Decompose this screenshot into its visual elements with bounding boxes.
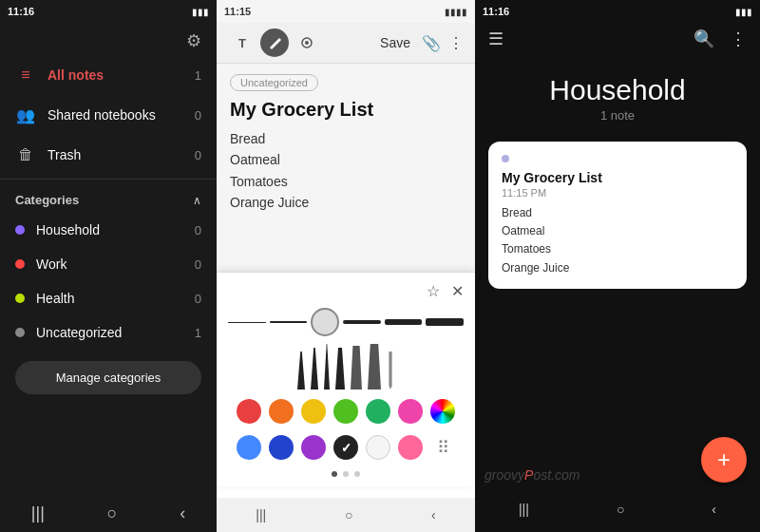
text-tool-button[interactable]: T — [228, 28, 256, 57]
category-household[interactable]: Household 0 — [0, 213, 217, 247]
nav-menu-icon[interactable]: ||| — [31, 504, 45, 523]
stroke-3[interactable] — [343, 320, 381, 324]
note-item-1: Bread — [230, 128, 462, 149]
category-view-panel: 11:16 ▮▮▮ ☰ 🔍 ⋮ Household 1 note My Groc… — [475, 0, 760, 532]
pen-tip-6[interactable] — [368, 344, 381, 390]
category-work[interactable]: Work 0 — [0, 247, 217, 281]
health-count: 0 — [195, 292, 201, 306]
color-teal[interactable] — [366, 399, 390, 424]
star-icon[interactable]: ☆ — [427, 282, 440, 300]
pen-tip-5[interactable] — [351, 346, 362, 390]
manage-categories-button[interactable]: Manage categories — [15, 361, 201, 394]
status-time-left: 11:16 — [8, 6, 34, 17]
color-white[interactable] — [366, 435, 390, 460]
trash-label: Trash — [48, 147, 195, 162]
color-darkblue[interactable] — [269, 435, 294, 460]
color-row-2: ✓ ⠿ — [217, 429, 475, 466]
svg-point-1 — [305, 41, 309, 45]
color-rainbow[interactable] — [430, 399, 455, 424]
fab-add-button[interactable]: + — [701, 437, 747, 483]
nav-trash[interactable]: 🗑 Trash 0 — [0, 135, 217, 175]
stroke-1[interactable] — [228, 322, 266, 323]
work-label: Work — [36, 256, 195, 272]
nav-home-icon-right[interactable]: ○ — [617, 502, 624, 517]
status-time-right: 11:16 — [483, 6, 509, 17]
stroke-4[interactable] — [385, 319, 423, 325]
status-icons-left: ▮▮▮ — [192, 7, 209, 17]
attach-icon[interactable]: 📎 — [422, 34, 441, 52]
page-dot-3[interactable] — [354, 471, 360, 477]
pen-tip-pencil[interactable] — [387, 352, 394, 390]
note-card-item-3: Tomatoes — [502, 240, 733, 258]
household-count: 0 — [195, 223, 201, 238]
color-hotpink[interactable] — [398, 435, 423, 460]
note-category-tag[interactable]: Uncategorized — [230, 74, 318, 91]
color-purple[interactable] — [301, 435, 326, 460]
color-yellow[interactable] — [301, 399, 326, 424]
category-count: 1 note — [475, 108, 760, 123]
left-header: ⚙ — [0, 23, 217, 55]
color-pink[interactable] — [398, 399, 423, 424]
uncategorized-dot — [15, 328, 25, 337]
note-title: My Grocery List — [230, 99, 462, 121]
note-item-4: Orange Juice — [230, 192, 462, 213]
nav-menu-icon-right[interactable]: ||| — [519, 502, 529, 517]
chevron-up-icon[interactable]: ∧ — [193, 194, 201, 207]
pen-picker-overlay: ☆ ✕ — [217, 272, 475, 486]
uncategorized-label: Uncategorized — [36, 325, 195, 340]
health-label: Health — [36, 291, 195, 306]
color-black[interactable]: ✓ — [333, 435, 358, 460]
more-options-icon[interactable]: ⋮ — [448, 34, 464, 52]
notes-icon: ≡ — [15, 65, 36, 86]
color-green[interactable] — [333, 399, 358, 424]
household-dot — [15, 225, 25, 235]
nav-shared-notebooks[interactable]: 👥 Shared notebooks 0 — [0, 95, 217, 135]
category-health[interactable]: Health 0 — [0, 281, 217, 315]
close-icon[interactable]: ✕ — [451, 282, 464, 300]
nav-home-icon[interactable]: ○ — [107, 504, 118, 523]
battery-icon: ▮▮▮ — [192, 7, 209, 17]
pen-tip-1[interactable] — [297, 352, 305, 390]
note-card[interactable]: My Grocery List 11:15 PM Bread Oatmeal T… — [488, 142, 747, 289]
category-uncategorized[interactable]: Uncategorized 1 — [0, 315, 217, 350]
divider-1 — [0, 179, 217, 180]
fab-plus-icon: + — [717, 448, 731, 471]
pen-tip-2[interactable] — [311, 348, 318, 390]
page-dot-1[interactable] — [332, 471, 337, 477]
page-dot-2[interactable] — [343, 471, 349, 477]
stroke-5[interactable] — [426, 318, 464, 326]
gear-icon[interactable]: ⚙ — [186, 30, 201, 51]
watermark: groovyPost.com — [484, 467, 580, 483]
nav-home-icon-mid[interactable]: ○ — [345, 507, 352, 522]
save-button[interactable]: Save — [380, 35, 410, 50]
nav-all-notes[interactable]: ≡ All notes 1 — [0, 55, 217, 95]
note-card-time: 11:15 PM — [502, 187, 733, 199]
stroke-selected[interactable] — [311, 308, 339, 336]
status-bar-mid: 11:15 ▮▮▮▮ — [217, 0, 475, 23]
stroke-2[interactable] — [270, 321, 308, 323]
pen-tips-row — [217, 336, 475, 393]
bottom-nav-right: ||| ○ ‹ — [475, 486, 760, 532]
pen-tip-3[interactable] — [324, 344, 330, 390]
search-icon[interactable]: 🔍 — [694, 28, 714, 49]
color-red[interactable] — [237, 399, 261, 424]
nav-back-icon-right[interactable]: ‹ — [712, 502, 716, 517]
household-label: Household — [36, 222, 195, 238]
nav-back-icon-mid[interactable]: ‹ — [431, 507, 436, 522]
color-dots-more[interactable]: ⠿ — [430, 435, 455, 460]
pen-tool-button[interactable] — [260, 28, 289, 57]
shared-notebooks-label: Shared notebooks — [48, 107, 195, 123]
bottom-nav-mid: ||| ○ ‹ — [217, 498, 475, 532]
hamburger-icon[interactable]: ☰ — [488, 28, 504, 49]
shared-icon: 👥 — [15, 104, 36, 125]
pen-tip-4[interactable] — [335, 348, 345, 390]
editor-toolbar: T Save 📎 ⋮ — [217, 23, 475, 64]
nav-back-icon[interactable]: ‹ — [180, 504, 185, 523]
brush-tool-button[interactable] — [293, 28, 321, 57]
work-count: 0 — [195, 257, 201, 272]
color-orange[interactable] — [269, 399, 294, 424]
nav-menu-icon-mid[interactable]: ||| — [256, 507, 266, 522]
color-lightblue[interactable] — [237, 435, 261, 460]
more-options-icon-right[interactable]: ⋮ — [730, 28, 747, 49]
status-bar-left: 11:16 ▮▮▮ — [0, 0, 217, 23]
